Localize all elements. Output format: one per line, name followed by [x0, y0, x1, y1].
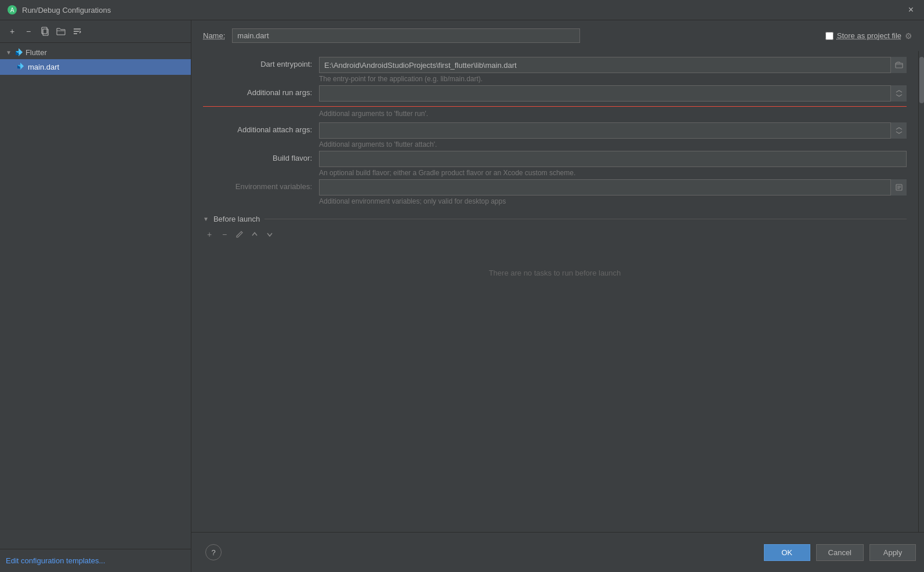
main-container: + −	[0, 20, 924, 572]
additional-attach-args-row: Additional attach args: Additional	[203, 122, 907, 149]
chevron-down-icon: ▼	[6, 49, 12, 56]
bottom-left: ?	[200, 538, 227, 566]
build-flavor-hint: An optional build flavor; either a Gradl…	[319, 169, 907, 177]
additional-run-args-control	[319, 85, 907, 102]
build-flavor-input[interactable]	[319, 151, 907, 167]
dart-entrypoint-hint: The entry-point for the application (e.g…	[319, 75, 907, 83]
additional-attach-args-hint: Additional arguments to 'flutter attach'…	[319, 140, 907, 149]
dart-entrypoint-input[interactable]	[319, 57, 907, 73]
help-button[interactable]: ?	[205, 544, 222, 560]
sidebar-footer: Edit configuration templates...	[0, 549, 191, 572]
android-studio-icon: A	[7, 5, 17, 15]
additional-attach-args-control: Additional arguments to 'flutter attach'…	[319, 122, 907, 149]
separator-line	[203, 106, 907, 107]
edit-templates-link[interactable]: Edit configuration templates...	[6, 556, 105, 565]
name-input[interactable]	[232, 28, 580, 43]
additional-run-args-row: Additional run args:	[203, 85, 907, 102]
store-project-area: Store as project file ⚙	[825, 31, 912, 41]
flutter-group-label: Flutter	[26, 48, 47, 57]
store-project-checkbox[interactable]	[825, 32, 834, 40]
config-header: Name: Store as project file ⚙	[191, 20, 924, 51]
run-args-hint-area: Additional arguments to 'flutter run'.	[203, 109, 907, 118]
remove-config-button[interactable]: −	[22, 25, 35, 38]
scrollbar-thumb[interactable]	[919, 57, 924, 103]
before-launch-chevron-icon: ▼	[203, 216, 209, 222]
svg-rect-2	[42, 27, 47, 34]
add-config-button[interactable]: +	[6, 25, 19, 38]
before-launch-add-button[interactable]: +	[203, 228, 216, 241]
additional-attach-args-input-wrapper	[319, 122, 907, 139]
dart-entrypoint-input-wrapper	[319, 57, 907, 73]
additional-attach-args-label: Additional attach args:	[203, 122, 319, 134]
title-bar-left: A Run/Debug Configurations	[7, 5, 111, 15]
before-launch-section: ▼ Before launch + −	[203, 215, 907, 289]
main-dart-item[interactable]: main.dart	[0, 59, 191, 75]
apply-button[interactable]: Apply	[869, 544, 916, 561]
build-flavor-control: An optional build flavor; either a Gradl…	[319, 151, 907, 177]
flutter-group: ▼ Flutter	[0, 45, 191, 75]
bottom-bar: ? OK Cancel Apply	[191, 532, 924, 572]
close-button[interactable]: ×	[905, 3, 917, 16]
sort-config-button[interactable]	[71, 25, 84, 38]
env-vars-label: Environment variables:	[203, 179, 319, 191]
right-panel: Name: Store as project file ⚙ Dart entry…	[191, 20, 924, 572]
form-area: Dart entrypoint:	[191, 51, 918, 532]
env-vars-input[interactable]	[319, 179, 907, 196]
sidebar: + −	[0, 20, 191, 572]
env-vars-control: Additional environment variables; only v…	[319, 179, 907, 205]
env-vars-input-wrapper	[319, 179, 907, 196]
before-launch-separator	[264, 219, 907, 219]
additional-run-args-input-wrapper	[319, 85, 907, 102]
no-tasks-message: There are no tasks to run before launch	[203, 245, 907, 289]
build-flavor-row: Build flavor: An optional build flavor; …	[203, 151, 907, 177]
env-vars-row: Environment variables:	[203, 179, 907, 205]
sidebar-toolbar: + −	[0, 20, 191, 43]
svg-rect-3	[43, 29, 48, 35]
main-dart-label: main.dart	[28, 63, 59, 71]
before-launch-down-button[interactable]	[263, 228, 276, 241]
expand-attach-args-button[interactable]	[890, 122, 907, 139]
dart-entrypoint-label: Dart entrypoint:	[203, 57, 319, 68]
additional-run-args-label: Additional run args:	[203, 85, 319, 97]
additional-run-args-hint: Additional arguments to 'flutter run'.	[319, 110, 428, 118]
build-flavor-label: Build flavor:	[203, 151, 319, 162]
copy-config-button[interactable]	[38, 25, 51, 38]
flutter-group-header[interactable]: ▼ Flutter	[0, 45, 191, 59]
dart-entrypoint-control: The entry-point for the application (e.g…	[319, 57, 907, 83]
before-launch-edit-button[interactable]	[233, 228, 246, 241]
before-launch-title: Before launch	[213, 215, 260, 223]
flutter-item-icon	[16, 62, 24, 72]
additional-run-args-input[interactable]	[319, 85, 907, 102]
bottom-right: OK Cancel Apply	[764, 544, 916, 561]
store-project-label: Store as project file	[837, 31, 901, 40]
sidebar-tree: ▼ Flutter	[0, 43, 191, 549]
browse-button[interactable]	[890, 57, 907, 73]
svg-text:A: A	[10, 7, 15, 13]
expand-run-args-button[interactable]	[890, 85, 907, 102]
before-launch-remove-button[interactable]: −	[218, 228, 231, 241]
additional-attach-args-input[interactable]	[319, 122, 907, 139]
before-launch-toolbar: + −	[203, 228, 907, 241]
settings-icon[interactable]: ⚙	[905, 31, 912, 41]
before-launch-header: ▼ Before launch	[203, 215, 907, 223]
before-launch-up-button[interactable]	[248, 228, 261, 241]
flutter-icon	[14, 48, 23, 57]
dart-entrypoint-row: Dart entrypoint:	[203, 57, 907, 83]
env-vars-browse-button[interactable]	[890, 179, 907, 196]
svg-marker-10	[20, 63, 24, 70]
dialog-title: Run/Debug Configurations	[22, 6, 111, 15]
ok-button[interactable]: OK	[764, 544, 810, 561]
scrollbar-track[interactable]	[918, 51, 924, 532]
cancel-button[interactable]: Cancel	[816, 544, 864, 561]
title-bar: A Run/Debug Configurations ×	[0, 0, 924, 20]
svg-rect-13	[896, 63, 903, 68]
no-tasks-area: There are no tasks to run before launch	[203, 245, 907, 289]
env-vars-hint: Additional environment variables; only v…	[319, 197, 907, 205]
form-scroll-wrapper: Dart entrypoint:	[191, 51, 924, 532]
name-label: Name:	[203, 31, 225, 40]
folder-config-button[interactable]	[55, 25, 67, 38]
